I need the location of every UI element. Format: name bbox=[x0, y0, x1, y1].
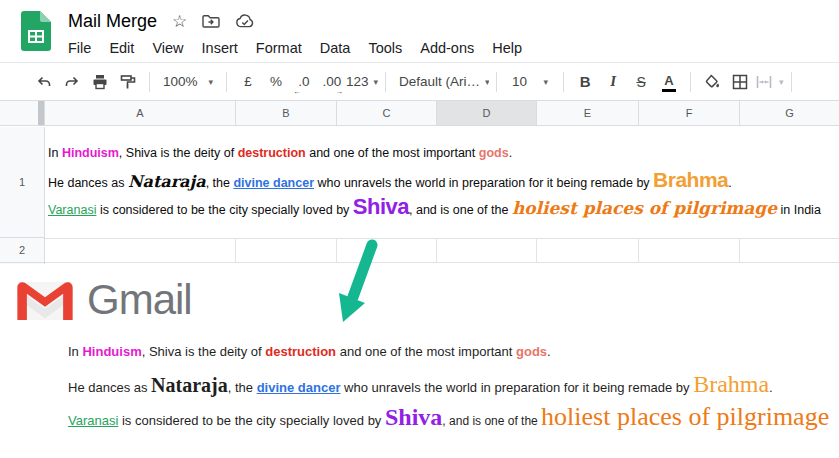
italic-icon: I bbox=[610, 73, 616, 90]
format-currency-button[interactable]: £ bbox=[234, 68, 262, 96]
star-icon[interactable]: ☆ bbox=[172, 13, 187, 30]
decrease-decimals-button[interactable]: .0 ← bbox=[290, 68, 318, 96]
text-segment-destruction: destruction bbox=[265, 344, 336, 359]
currency-icon: £ bbox=[244, 74, 252, 89]
document-title[interactable]: Mail Merge bbox=[68, 11, 157, 32]
gmail-line-3: Varanasi is considered to be the city sp… bbox=[68, 402, 829, 432]
text-color-icon: A bbox=[664, 75, 673, 87]
toolbar: 100% ▾ £ % .0 ← .00 → 123 ▾ Default (Ari… bbox=[0, 62, 839, 100]
menu-item-format[interactable]: Format bbox=[247, 38, 311, 58]
cell-d2[interactable] bbox=[437, 239, 537, 262]
left-arrow-icon: ← bbox=[293, 88, 301, 96]
row-2-cells bbox=[45, 238, 839, 263]
bold-button[interactable]: B bbox=[571, 68, 599, 96]
column-header-f[interactable]: F bbox=[639, 101, 740, 125]
cell-a1-line-2: He dances as Nataraja, the divine dancer… bbox=[48, 168, 732, 192]
redo-button[interactable] bbox=[58, 68, 86, 96]
spreadsheet-grid: 1 2 In Hinduism, Shiva is the deity of d… bbox=[0, 127, 839, 264]
increase-decimals-button[interactable]: .00 → bbox=[318, 68, 346, 96]
menu-item-file[interactable]: File bbox=[68, 38, 100, 58]
cell-f2[interactable] bbox=[639, 239, 740, 262]
text-color-swatch bbox=[662, 89, 676, 92]
paint-roller-icon bbox=[119, 73, 137, 91]
borders-button[interactable] bbox=[726, 68, 754, 96]
link-varanasi[interactable]: Varanasi bbox=[48, 203, 96, 217]
font-size-value: 10 bbox=[512, 74, 527, 89]
move-folder-icon[interactable] bbox=[202, 14, 220, 28]
column-header-c[interactable]: C bbox=[337, 101, 437, 125]
titlebar: Mail Merge ☆ File Edit bbox=[0, 0, 839, 62]
text-segment: and one of the most important bbox=[306, 146, 479, 160]
cell-e2[interactable] bbox=[537, 239, 639, 262]
text-segment: In bbox=[48, 146, 62, 160]
row-headers: 1 2 bbox=[0, 127, 45, 264]
menu-item-edit[interactable]: Edit bbox=[100, 38, 143, 58]
text-segment-holiest-places: holiest places of pilgrimage bbox=[541, 402, 829, 431]
link-varanasi[interactable]: Varanasi bbox=[68, 413, 118, 428]
merge-cells-button[interactable]: ▾ bbox=[754, 68, 784, 96]
text-segment: , and is one of the bbox=[442, 414, 541, 428]
link-divine-dancer[interactable]: divine dancer bbox=[233, 176, 314, 190]
column-header-b[interactable]: B bbox=[236, 101, 337, 125]
text-segment: . bbox=[547, 344, 551, 359]
corner-bar bbox=[38, 101, 44, 125]
column-header-a[interactable]: A bbox=[45, 101, 236, 125]
cell-a2[interactable] bbox=[45, 239, 236, 262]
column-headers: A B C D E F G bbox=[0, 100, 839, 126]
text-color-button[interactable]: A bbox=[655, 68, 683, 96]
undo-button[interactable] bbox=[30, 68, 58, 96]
text-segment: is considered to be the city specially l… bbox=[118, 413, 385, 428]
menu-item-insert[interactable]: Insert bbox=[193, 38, 247, 58]
column-header-g[interactable]: G bbox=[740, 101, 839, 125]
select-all-corner[interactable] bbox=[0, 101, 45, 125]
text-segment: , the bbox=[228, 380, 257, 395]
text-segment: . bbox=[769, 380, 773, 395]
zoom-select[interactable]: 100% ▾ bbox=[157, 68, 219, 96]
chevron-down-icon: ▾ bbox=[779, 77, 784, 87]
paint-format-button[interactable] bbox=[114, 68, 142, 96]
fill-color-icon bbox=[703, 73, 721, 91]
strikethrough-button[interactable]: S bbox=[627, 68, 655, 96]
column-header-d[interactable]: D bbox=[437, 101, 537, 125]
borders-icon bbox=[731, 73, 749, 91]
menu-item-addons[interactable]: Add-ons bbox=[411, 38, 483, 58]
cell-g2[interactable] bbox=[740, 239, 839, 262]
row-header-2[interactable]: 2 bbox=[0, 238, 44, 263]
more-formats-label: 123 bbox=[346, 74, 369, 89]
text-segment-brahma: Brahma bbox=[693, 371, 769, 397]
zoom-value: 100% bbox=[163, 74, 198, 89]
text-segment: , and is one of the bbox=[409, 203, 512, 217]
more-formats-select[interactable]: 123 ▾ bbox=[346, 68, 378, 96]
fill-color-button[interactable] bbox=[698, 68, 726, 96]
strikethrough-icon: S bbox=[636, 74, 645, 90]
text-segment: . bbox=[728, 176, 731, 190]
font-select[interactable]: Default (Ari… ▾ bbox=[393, 68, 489, 96]
print-button[interactable] bbox=[86, 68, 114, 96]
format-percent-button[interactable]: % bbox=[262, 68, 290, 96]
gmail-logo: Gmail bbox=[16, 276, 192, 324]
print-icon bbox=[91, 73, 109, 91]
italic-button[interactable]: I bbox=[599, 68, 627, 96]
text-segment: , Shiva is the deity of bbox=[142, 344, 266, 359]
cell-a1-line-1: In Hinduism, Shiva is the deity of destr… bbox=[48, 146, 512, 160]
menu-item-data[interactable]: Data bbox=[311, 38, 360, 58]
text-segment: . bbox=[509, 146, 512, 160]
cloud-saved-icon[interactable] bbox=[235, 14, 255, 28]
text-segment: In bbox=[68, 344, 82, 359]
column-header-e[interactable]: E bbox=[537, 101, 639, 125]
font-size-select[interactable]: 10 ▾ bbox=[504, 68, 556, 96]
google-sheets-logo-icon[interactable] bbox=[21, 11, 51, 51]
cell-a1-line-3: Varanasi is considered to be the city sp… bbox=[48, 194, 821, 220]
toolbar-separator bbox=[496, 72, 497, 92]
toolbar-separator bbox=[226, 72, 227, 92]
menu-item-view[interactable]: View bbox=[143, 38, 192, 58]
text-segment-shiva: Shiva bbox=[353, 194, 409, 219]
link-divine-dancer[interactable]: divine dancer bbox=[257, 380, 341, 395]
menu-item-tools[interactable]: Tools bbox=[359, 38, 411, 58]
cell-b2[interactable] bbox=[236, 239, 337, 262]
row-header-1[interactable]: 1 bbox=[0, 127, 44, 238]
menu-item-help[interactable]: Help bbox=[483, 38, 531, 58]
toolbar-separator bbox=[385, 72, 386, 92]
font-value: Default (Ari… bbox=[399, 74, 480, 89]
text-segment: He dances as bbox=[68, 380, 151, 395]
